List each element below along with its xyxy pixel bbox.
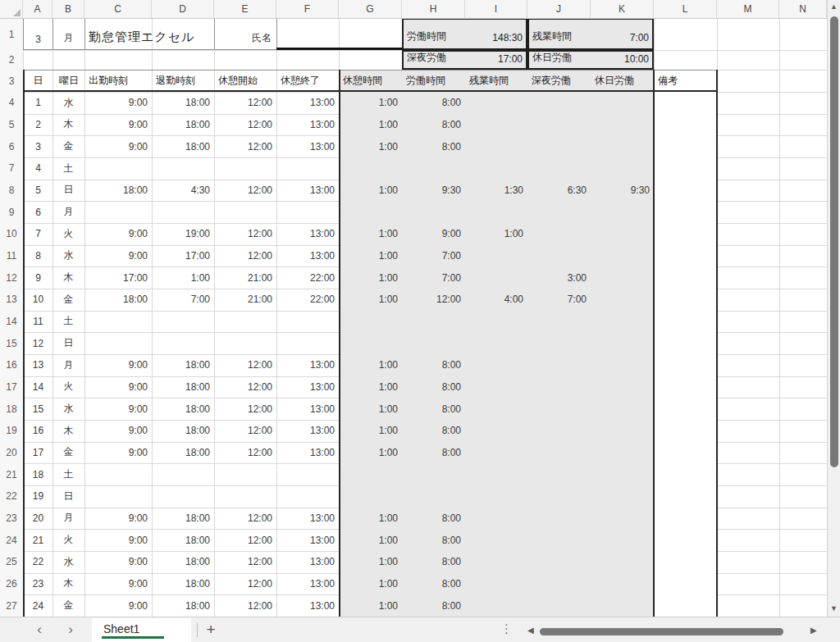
cell-D27[interactable]: 18:00: [153, 594, 214, 617]
cell-H27[interactable]: 8:00: [403, 594, 465, 617]
cell-G5[interactable]: 1:00: [340, 114, 402, 136]
cell-F5[interactable]: 13:00: [277, 114, 339, 136]
cell-L11[interactable]: [655, 245, 717, 267]
cell-C24[interactable]: 9:00: [85, 529, 152, 551]
cell-I9[interactable]: [466, 201, 527, 223]
cell-K14[interactable]: [591, 311, 654, 333]
row-header-18[interactable]: 18: [0, 398, 23, 420]
cell-F6[interactable]: 13:00: [277, 135, 339, 157]
cell-C19[interactable]: 9:00: [85, 420, 152, 442]
cell-H13[interactable]: 12:00: [403, 289, 465, 311]
cell-A23[interactable]: 20: [24, 508, 52, 530]
cell-J20[interactable]: [528, 442, 591, 464]
cell-L24[interactable]: [655, 529, 717, 551]
cell-B14[interactable]: 土: [53, 311, 84, 333]
cell-E20[interactable]: 12:00: [215, 442, 276, 464]
cell-E16[interactable]: 12:00: [215, 354, 276, 376]
cell-J6[interactable]: [528, 135, 591, 157]
cell-E9[interactable]: [215, 201, 276, 223]
select-all-corner[interactable]: [0, 0, 23, 18]
cell-L13[interactable]: [655, 289, 717, 311]
cell-B23[interactable]: 月: [53, 508, 84, 530]
cell-I27[interactable]: [466, 594, 527, 617]
cell-F16[interactable]: 13:00: [277, 354, 339, 376]
cell-B9[interactable]: 月: [53, 201, 84, 223]
cell-A6[interactable]: 3: [24, 135, 52, 157]
cell-C9[interactable]: [85, 201, 152, 223]
cell-B27[interactable]: 金: [53, 594, 84, 617]
cell-A18[interactable]: 15: [24, 398, 52, 420]
cell-L19[interactable]: [655, 420, 717, 442]
cell-G21[interactable]: [340, 463, 402, 485]
cell-K19[interactable]: [591, 420, 654, 442]
cell-J23[interactable]: [528, 508, 591, 530]
cell-J7[interactable]: [528, 157, 591, 180]
cell-D8[interactable]: 4:30: [153, 180, 214, 202]
header-cell-B3[interactable]: 曜日: [53, 70, 84, 92]
cell-C6[interactable]: 9:00: [85, 135, 152, 157]
cell-C25[interactable]: 9:00: [85, 551, 152, 573]
cell-I10[interactable]: 1:00: [466, 223, 527, 245]
row-header-26[interactable]: 26: [0, 573, 23, 595]
cell-E10[interactable]: 12:00: [215, 223, 276, 245]
cell-A20[interactable]: 17: [24, 442, 52, 464]
cell-D13[interactable]: 7:00: [153, 289, 214, 311]
cell-K6[interactable]: [591, 135, 654, 157]
cell-D20[interactable]: 18:00: [153, 442, 214, 464]
cell-B22[interactable]: 日: [53, 485, 84, 508]
cell-B7[interactable]: 土: [53, 157, 84, 180]
cell-I14[interactable]: [466, 311, 527, 333]
vertical-scrollbar[interactable]: ▲ ▼: [827, 0, 840, 617]
cell-K27[interactable]: [591, 594, 654, 617]
cell-F10[interactable]: 13:00: [277, 223, 339, 245]
cell-C8[interactable]: 18:00: [85, 180, 152, 202]
cell-H21[interactable]: [403, 463, 465, 485]
cell-K8[interactable]: 9:30: [591, 180, 654, 202]
cell-L16[interactable]: [655, 354, 717, 376]
row-header-27[interactable]: 27: [0, 594, 23, 617]
v-scroll-thumb[interactable]: [830, 16, 838, 467]
cell-B24[interactable]: 火: [53, 529, 84, 551]
cell-G18[interactable]: 1:00: [340, 398, 402, 420]
cell-I8[interactable]: 1:30: [466, 180, 527, 202]
row-header-19[interactable]: 19: [0, 420, 23, 442]
cell-D24[interactable]: 18:00: [153, 529, 214, 551]
cell-E13[interactable]: 21:00: [215, 289, 276, 311]
cell-H9[interactable]: [403, 201, 465, 223]
cell-A1-month-number[interactable]: 3: [24, 18, 52, 50]
cell-G19[interactable]: 1:00: [340, 420, 402, 442]
cell-A8[interactable]: 5: [24, 180, 52, 202]
cell-I23[interactable]: [466, 508, 527, 530]
cell-K13[interactable]: [591, 289, 654, 311]
cell-G8[interactable]: 1:00: [340, 180, 402, 202]
cell-H4[interactable]: 8:00: [403, 92, 465, 114]
col-header-C[interactable]: C: [84, 0, 152, 18]
cell-E4[interactable]: 12:00: [215, 92, 276, 114]
cell-L27[interactable]: [655, 594, 717, 617]
cell-G10[interactable]: 1:00: [340, 223, 402, 245]
cell-E21[interactable]: [215, 463, 276, 485]
cell-L14[interactable]: [655, 311, 717, 333]
cell-F26[interactable]: 13:00: [277, 573, 339, 595]
row-header-8[interactable]: 8: [0, 180, 23, 202]
cell-K25[interactable]: [591, 551, 654, 573]
cell-I16[interactable]: [466, 354, 527, 376]
cell-G16[interactable]: 1:00: [340, 354, 402, 376]
cell-L17[interactable]: [655, 376, 717, 398]
cell-J12[interactable]: 3:00: [528, 266, 591, 289]
col-header-I[interactable]: I: [465, 0, 527, 18]
cell-F22[interactable]: [277, 485, 339, 508]
cell-L12[interactable]: [655, 266, 717, 289]
cell-A5[interactable]: 2: [24, 114, 52, 136]
cell-A7[interactable]: 4: [24, 157, 52, 180]
cell-F20[interactable]: 13:00: [277, 442, 339, 464]
cell-G6[interactable]: 1:00: [340, 135, 402, 157]
cell-L9[interactable]: [655, 201, 717, 223]
cell-E7[interactable]: [215, 157, 276, 180]
cell-A16[interactable]: 13: [24, 354, 52, 376]
cell-J8[interactable]: 6:30: [528, 180, 591, 202]
cell-I13[interactable]: 4:00: [466, 289, 527, 311]
header-cell-F3[interactable]: 休憩終了: [277, 70, 339, 92]
cell-J22[interactable]: [528, 485, 591, 508]
cell-A25[interactable]: 22: [24, 551, 52, 573]
